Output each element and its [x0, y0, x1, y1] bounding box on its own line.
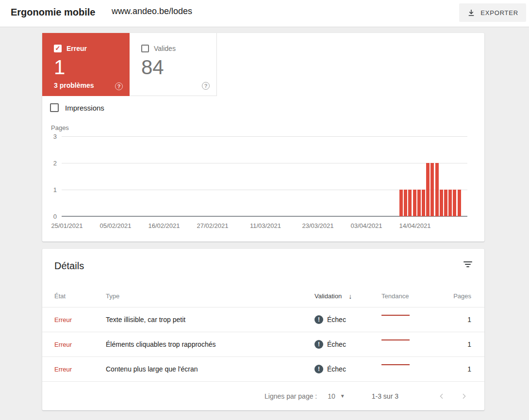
column-header-type[interactable]: Type — [106, 292, 314, 300]
impressions-checkbox-unchecked[interactable] — [50, 103, 59, 112]
row-validation-status: Échec — [327, 365, 346, 373]
chart-bar[interactable] — [458, 190, 461, 216]
valid-checkbox-unchecked[interactable] — [141, 45, 149, 52]
row-issue-type: Texte illisible, car trop petit — [106, 316, 314, 323]
details-title: Détails — [54, 260, 472, 272]
x-axis-tick: 16/02/2021 — [148, 222, 180, 229]
row-status: Erreur — [54, 341, 106, 348]
top-bar: Ergonomie mobile www.andeo.be/lodes EXPO… — [0, 0, 529, 27]
row-status: Erreur — [54, 316, 106, 323]
chart-bar[interactable] — [448, 190, 452, 216]
valid-stat-card[interactable]: Valides 84 ? — [130, 33, 217, 96]
chart-bar[interactable] — [404, 190, 407, 216]
trend-sparkline — [381, 339, 410, 340]
help-icon[interactable]: ? — [202, 82, 210, 90]
row-issue-type: Contenu plus large que l'écran — [106, 365, 314, 373]
y-axis-tick: 3 — [43, 133, 57, 140]
impressions-label: Impressions — [65, 104, 104, 112]
y-axis-title: Pages — [51, 124, 69, 131]
row-issue-type: Éléments cliquables trop rapprochés — [106, 340, 314, 348]
error-checkbox-checked[interactable]: ✓ — [54, 45, 62, 52]
error-count: 1 — [54, 56, 130, 79]
gridline — [62, 163, 467, 163]
y-axis-tick: 1 — [43, 186, 57, 194]
error-exclamation-icon: ! — [314, 365, 323, 373]
chart-bar[interactable] — [453, 190, 456, 216]
x-axis-tick: 11/03/2021 — [250, 222, 281, 229]
x-axis-tick: 14/04/2021 — [399, 222, 430, 229]
x-axis-tick: 23/03/2021 — [302, 222, 333, 229]
row-validation-status: Échec — [327, 316, 346, 323]
filter-icon[interactable] — [463, 261, 473, 269]
table-row[interactable]: Erreur Texte illisible, car trop petit !… — [42, 307, 484, 332]
trend-sparkline — [381, 364, 410, 365]
chart-bar[interactable] — [435, 163, 439, 216]
table-row[interactable]: Erreur Éléments cliquables trop rapproch… — [42, 332, 484, 356]
error-stat-card[interactable]: ✓ Erreur 1 3 problèmes ? — [42, 33, 130, 96]
chart-bar[interactable] — [408, 190, 412, 216]
pagination-range: 1-3 sur 3 — [372, 392, 398, 400]
chevron-down-icon: ▼ — [340, 393, 345, 399]
chart-bar[interactable] — [413, 190, 416, 216]
download-icon — [467, 8, 476, 17]
rows-per-page-select[interactable]: 10 ▼ — [328, 392, 345, 400]
error-exclamation-icon: ! — [314, 340, 323, 349]
row-pages-count: 1 — [449, 316, 471, 323]
chart-bar[interactable] — [440, 190, 443, 216]
x-axis-tick: 25/01/2021 — [51, 222, 83, 229]
x-axis-tick: 27/02/2021 — [197, 222, 228, 229]
chart-bar[interactable] — [399, 190, 403, 216]
export-label: EXPORTER — [480, 9, 518, 16]
details-card: Détails État Type Validation ↓ Tendance … — [42, 249, 484, 410]
pagination-bar: Lignes par page : 10 ▼ 1-3 sur 3 — [42, 381, 484, 410]
previous-page-button[interactable] — [436, 390, 447, 402]
y-axis-tick: 0 — [43, 213, 57, 220]
impressions-toggle[interactable]: Impressions — [50, 103, 104, 112]
row-pages-count: 1 — [449, 340, 471, 348]
property-url: www.andeo.be/lodes — [112, 6, 192, 16]
chart-bar[interactable] — [417, 190, 421, 216]
row-status: Erreur — [54, 366, 106, 373]
column-header-etat[interactable]: État — [54, 292, 106, 300]
error-exclamation-icon: ! — [314, 315, 323, 324]
rows-per-page-value: 10 — [328, 392, 335, 400]
help-icon[interactable]: ? — [115, 82, 123, 90]
column-header-pages[interactable]: Pages — [449, 292, 471, 300]
rows-per-page-label: Lignes par page : — [264, 392, 317, 400]
row-validation-status: Échec — [327, 340, 346, 348]
row-pages-count: 1 — [449, 365, 471, 373]
chart-plot: 012325/01/202105/02/202116/02/202127/02/… — [62, 136, 467, 216]
trend-sparkline — [381, 315, 410, 316]
table-header-row: État Type Validation ↓ Tendance Pages — [42, 285, 484, 307]
next-page-button[interactable] — [458, 390, 470, 402]
chart-bar[interactable] — [422, 190, 425, 216]
table-row[interactable]: Erreur Contenu plus large que l'écran ! … — [42, 356, 484, 381]
sort-desc-icon: ↓ — [348, 292, 352, 300]
valid-count: 84 — [141, 56, 216, 79]
chart-bar[interactable] — [426, 163, 430, 216]
x-axis-tick: 03/04/2021 — [350, 222, 382, 229]
export-button[interactable]: EXPORTER — [459, 3, 526, 22]
y-axis-tick: 2 — [43, 160, 57, 167]
chart-bar[interactable] — [444, 190, 447, 216]
column-header-validation[interactable]: Validation ↓ — [314, 292, 381, 300]
x-axis-tick: 05/02/2021 — [99, 222, 131, 229]
mobile-usability-chart-card: ✓ Erreur 1 3 problèmes ? Valides 84 ? Im… — [42, 33, 484, 242]
chart-bar[interactable] — [430, 163, 434, 216]
column-header-tendance[interactable]: Tendance — [381, 292, 449, 300]
page-title: Ergonomie mobile — [11, 7, 95, 18]
gridline — [62, 136, 467, 137]
summary-stat-row: ✓ Erreur 1 3 problèmes ? Valides 84 ? — [42, 33, 217, 96]
valid-label: Valides — [154, 45, 176, 52]
error-label: Erreur — [66, 45, 87, 52]
